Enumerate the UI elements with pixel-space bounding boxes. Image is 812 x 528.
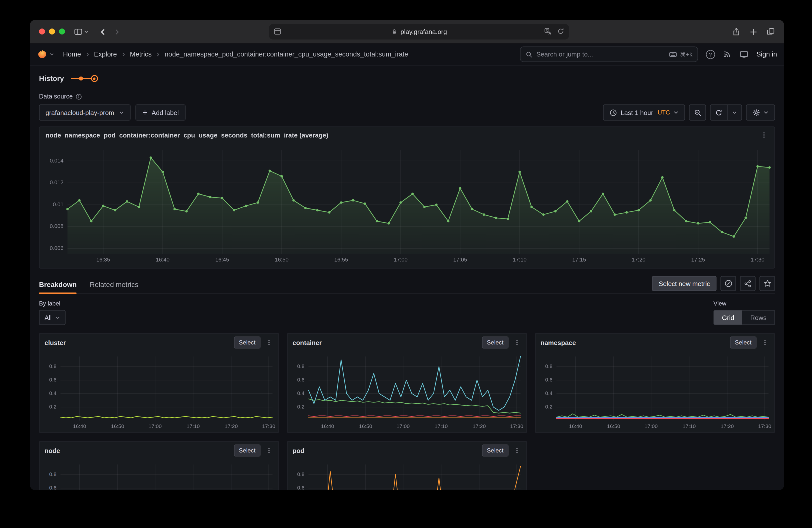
- reload-icon[interactable]: [557, 28, 565, 35]
- svg-text:16:55: 16:55: [334, 256, 348, 263]
- select-button[interactable]: Select: [482, 444, 508, 456]
- svg-text:0.6: 0.6: [545, 377, 552, 382]
- main-chart[interactable]: 0.0060.0080.010.0120.01416:3516:4016:451…: [40, 143, 774, 268]
- select-button[interactable]: Select: [730, 337, 756, 349]
- sign-in-link[interactable]: Sign in: [756, 50, 777, 58]
- new-tab-icon[interactable]: [750, 28, 757, 36]
- time-range-picker[interactable]: Last 1 hour UTC: [603, 104, 685, 120]
- star-icon: [763, 279, 771, 288]
- svg-text:0.2: 0.2: [545, 404, 552, 410]
- container-chart[interactable]: 0.20.40.60.816:4016:5017:0017:1017:2017:…: [288, 352, 526, 430]
- svg-text:0.6: 0.6: [49, 485, 57, 490]
- explore-button[interactable]: [721, 276, 736, 291]
- display-button[interactable]: [739, 50, 748, 59]
- history-step-dot[interactable]: [79, 76, 83, 80]
- kebab-icon: [513, 447, 521, 454]
- svg-text:17:20: 17:20: [225, 423, 238, 429]
- by-label-value: All: [44, 314, 52, 321]
- chevron-down-icon: [56, 315, 60, 320]
- search-icon: [525, 51, 532, 58]
- refresh-button[interactable]: [710, 105, 727, 120]
- panel-menu-button[interactable]: [760, 338, 769, 347]
- datasource-label: Data source: [39, 93, 73, 100]
- share-metric-button[interactable]: [740, 276, 755, 291]
- share-icon[interactable]: [732, 28, 740, 36]
- svg-text:0.6: 0.6: [297, 485, 304, 490]
- by-label-select[interactable]: All: [39, 310, 66, 325]
- close-window-button[interactable]: [39, 29, 45, 34]
- panel-menu-button[interactable]: [512, 338, 522, 347]
- view-grid-option[interactable]: Grid: [714, 310, 742, 324]
- back-button[interactable]: [100, 28, 106, 35]
- select-button[interactable]: Select: [234, 444, 261, 456]
- desktop-background: play.grafana.org Home: [0, 0, 812, 528]
- panel-menu-button[interactable]: [759, 131, 768, 140]
- kebab-icon: [265, 447, 273, 454]
- breadcrumb-metrics[interactable]: Metrics: [130, 50, 152, 58]
- zoom-out-button[interactable]: [689, 104, 706, 120]
- view-rows-option[interactable]: Rows: [742, 310, 774, 324]
- tabs-bar: Breakdown Related metrics Select new met…: [39, 276, 775, 294]
- clock-icon: [610, 109, 617, 116]
- news-button[interactable]: [723, 50, 731, 59]
- url-text: play.grafana.org: [401, 28, 447, 35]
- svg-text:17:20: 17:20: [473, 423, 486, 429]
- chevron-down-icon: [49, 52, 54, 57]
- node-chart[interactable]: 0.20.40.60.816:4016:5017:0017:1017:2017:…: [40, 459, 278, 490]
- breadcrumb-explore[interactable]: Explore: [94, 50, 117, 58]
- cluster-chart[interactable]: 0.20.40.60.816:4016:5017:0017:1017:2017:…: [40, 352, 278, 430]
- breadcrumb-home[interactable]: Home: [63, 50, 81, 58]
- minimize-window-button[interactable]: [49, 29, 55, 34]
- chevron-right-icon: [121, 52, 126, 57]
- timezone-badge: UTC: [658, 109, 670, 116]
- panel-menu-button[interactable]: [264, 446, 274, 455]
- zoom-window-button[interactable]: [59, 29, 65, 34]
- gear-icon: [753, 109, 760, 116]
- panel-menu-button[interactable]: [264, 338, 274, 347]
- select-button[interactable]: Select: [482, 337, 508, 349]
- search-input[interactable]: Search or jump to... ⌘+k: [520, 46, 698, 62]
- svg-text:17:20: 17:20: [632, 256, 646, 263]
- refresh-interval-button[interactable]: [727, 105, 741, 120]
- tab-related-metrics[interactable]: Related metrics: [90, 280, 139, 293]
- kebab-icon: [760, 132, 768, 138]
- translate-icon[interactable]: [544, 28, 552, 35]
- lock-icon: [391, 29, 397, 35]
- browser-window: play.grafana.org Home: [30, 20, 784, 490]
- window-controls: [39, 29, 65, 34]
- svg-text:17:15: 17:15: [572, 256, 586, 263]
- info-icon[interactable]: [76, 93, 82, 100]
- svg-text:0.8: 0.8: [297, 363, 304, 369]
- browser-toolbar: play.grafana.org: [30, 20, 784, 44]
- svg-text:17:20: 17:20: [721, 423, 734, 429]
- datasource-picker[interactable]: grafanacloud-play-prom: [39, 104, 131, 120]
- bookmark-button[interactable]: [759, 276, 775, 291]
- add-label-button[interactable]: Add label: [136, 104, 185, 120]
- compass-icon: [724, 279, 732, 288]
- history-current-dot[interactable]: [91, 75, 98, 82]
- select-button[interactable]: Select: [234, 337, 261, 349]
- help-glyph: ?: [709, 51, 712, 57]
- svg-text:17:00: 17:00: [394, 256, 407, 263]
- monitor-icon: [739, 50, 748, 59]
- svg-text:17:30: 17:30: [510, 423, 523, 429]
- svg-text:0.8: 0.8: [297, 471, 304, 477]
- help-icon[interactable]: ?: [706, 50, 715, 59]
- settings-button[interactable]: [746, 104, 775, 120]
- forward-button[interactable]: [114, 28, 120, 35]
- chevron-right-icon: [85, 52, 90, 57]
- namespace-chart[interactable]: 0.20.40.60.816:4016:5017:0017:1017:2017:…: [536, 352, 774, 430]
- keyboard-icon: [669, 50, 677, 58]
- sidebar-toggle-button[interactable]: [74, 28, 88, 36]
- pod-chart[interactable]: 0.20.40.60.816:4016:5017:0017:1017:2017:…: [288, 459, 526, 490]
- svg-text:16:50: 16:50: [111, 423, 124, 429]
- grafana-logo-menu[interactable]: [37, 49, 54, 59]
- tab-overview-icon[interactable]: [767, 28, 775, 36]
- address-bar[interactable]: play.grafana.org: [269, 24, 569, 40]
- tab-breakdown[interactable]: Breakdown: [39, 280, 77, 293]
- history-timeline[interactable]: [71, 75, 98, 82]
- panel-menu-button[interactable]: [512, 446, 522, 455]
- panel-title: node_namespace_pod_container:container_c…: [45, 131, 328, 139]
- time-range-text: Last 1 hour: [621, 109, 653, 116]
- select-new-metric-button[interactable]: Select new metric: [652, 276, 716, 291]
